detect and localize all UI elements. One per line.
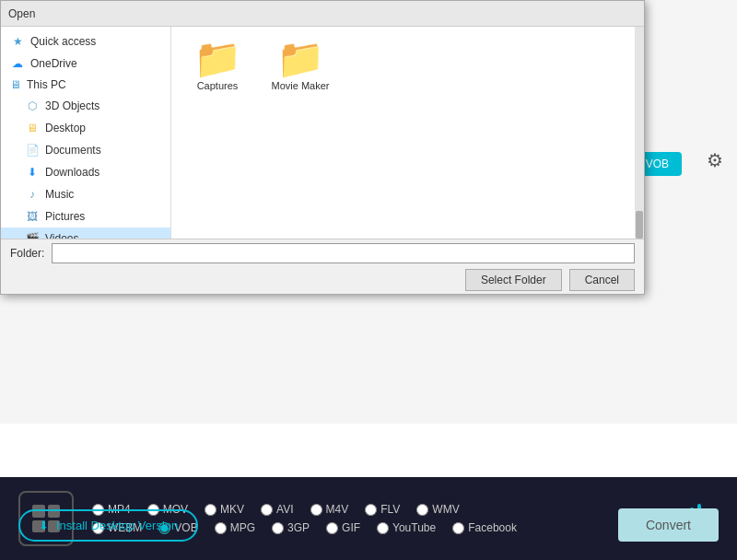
dialog-action-buttons: Select Folder Cancel: [10, 269, 635, 291]
nav-label-desktop: Desktop: [45, 122, 86, 134]
this-pc-icon: 🖥: [10, 78, 21, 91]
file-dialog: Open ★ Quick access ☁ OneDrive 🖥: [0, 0, 645, 295]
select-folder-button[interactable]: Select Folder: [465, 269, 562, 291]
nav-label-music: Music: [45, 188, 74, 201]
format-youtube[interactable]: YouTube: [377, 521, 436, 534]
install-desktop-button[interactable]: ⬇ Install Desktop Version: [18, 509, 198, 542]
dialog-body: ★ Quick access ☁ OneDrive 🖥 This PC ⬡ 3D…: [1, 27, 644, 239]
3dobjects-icon: ⬡: [25, 99, 40, 113]
music-icon: ♪: [25, 187, 40, 202]
folder-input-row: Folder:: [10, 243, 635, 263]
scrollbar-thumb[interactable]: [636, 211, 643, 239]
nav-item-quick-access[interactable]: ★ Quick access: [1, 30, 170, 52]
nav-label-quick-access: Quick access: [30, 35, 96, 48]
nav-item-3dobjects[interactable]: ⬡ 3D Objects: [1, 95, 170, 117]
nav-sidebar: ★ Quick access ☁ OneDrive 🖥 This PC ⬡ 3D…: [1, 27, 171, 239]
desktop-icon: 🖥: [25, 121, 40, 135]
gear-button[interactable]: ⚙: [707, 149, 723, 171]
folder-captures-label: Captures: [197, 80, 239, 91]
nav-item-music[interactable]: ♪ Music: [1, 183, 170, 205]
quick-access-icon: ★: [10, 34, 25, 49]
nav-label-3dobjects: 3D Objects: [45, 99, 99, 112]
file-area: 📁 Captures 📁 Movie Maker: [171, 27, 635, 239]
format-m4v[interactable]: M4V: [310, 503, 349, 516]
nav-item-videos[interactable]: 🎬 Videos: [1, 228, 170, 239]
format-facebook[interactable]: Facebook: [452, 521, 517, 534]
onedrive-icon: ☁: [10, 56, 25, 71]
nav-label-pictures: Pictures: [45, 210, 85, 223]
nav-item-downloads[interactable]: ⬇ Downloads: [1, 161, 170, 183]
nav-label-documents: Documents: [45, 144, 101, 157]
format-3gp[interactable]: 3GP: [272, 521, 310, 534]
dialog-title-bar: Open: [1, 1, 644, 27]
folder-label: Folder:: [10, 247, 44, 260]
format-gif[interactable]: GIF: [326, 521, 360, 534]
dialog-title: Open: [8, 7, 35, 20]
cancel-button[interactable]: Cancel: [569, 269, 635, 291]
format-mkv[interactable]: MKV: [205, 503, 244, 516]
nav-label-downloads: Downloads: [45, 166, 99, 179]
nav-label-videos: Videos: [45, 232, 78, 239]
folder-movie-maker[interactable]: 📁 Movie Maker: [263, 36, 337, 95]
install-button-label: Install Desktop Version: [56, 519, 178, 532]
folder-captures[interactable]: 📁 Captures: [181, 36, 254, 95]
format-mpg[interactable]: MPG: [215, 521, 255, 534]
folder-movie-maker-icon: 📁: [276, 40, 324, 78]
download-icon: ⬇: [39, 519, 49, 532]
nav-item-documents[interactable]: 📄 Documents: [1, 139, 170, 161]
nav-item-onedrive[interactable]: ☁ OneDrive: [1, 52, 170, 75]
pictures-icon: 🖼: [25, 209, 40, 224]
dialog-bottom: Folder: Select Folder Cancel: [1, 239, 644, 294]
folder-movie-maker-label: Movie Maker: [272, 80, 330, 91]
folder-input[interactable]: [52, 243, 635, 263]
app-container: VOB ⚙ Open ★ Quick access ☁ OneDrive: [0, 0, 737, 560]
format-avi[interactable]: AVI: [261, 503, 293, 516]
nav-this-pc[interactable]: 🖥 This PC: [1, 75, 170, 95]
folder-captures-icon: 📁: [193, 40, 241, 78]
format-wmv[interactable]: WMV: [416, 503, 459, 516]
vertical-scrollbar[interactable]: [635, 27, 644, 239]
downloads-icon: ⬇: [25, 165, 40, 180]
nav-label-this-pc: This PC: [27, 78, 66, 91]
nav-item-pictures[interactable]: 🖼 Pictures: [1, 205, 170, 228]
nav-label-onedrive: OneDrive: [30, 57, 77, 70]
documents-icon: 📄: [25, 143, 40, 158]
convert-button[interactable]: Convert: [618, 508, 719, 542]
format-flv[interactable]: FLV: [365, 503, 400, 516]
nav-item-desktop[interactable]: 🖥 Desktop: [1, 117, 170, 139]
videos-icon: 🎬: [25, 231, 40, 239]
